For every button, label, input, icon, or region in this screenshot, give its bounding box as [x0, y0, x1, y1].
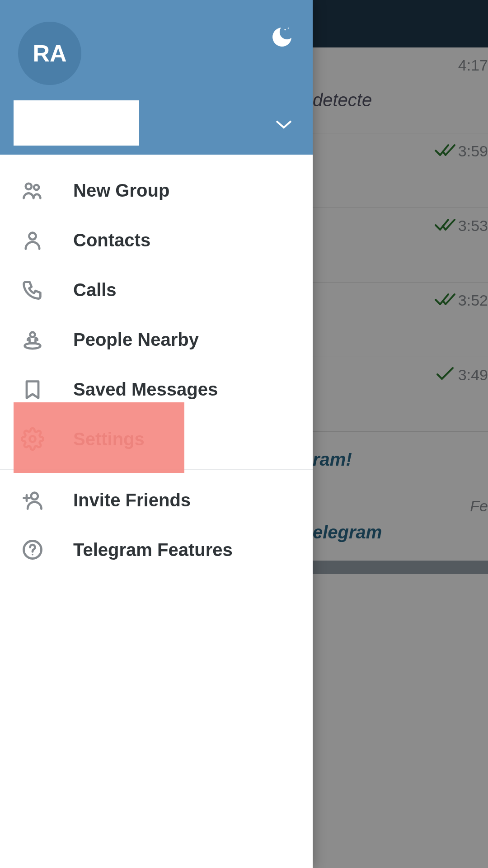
svg-point-2 — [26, 184, 32, 189]
svg-point-10 — [32, 554, 33, 555]
people-nearby-icon — [20, 327, 45, 352]
chevron-down-icon — [275, 124, 293, 132]
menu-item-settings[interactable]: Settings — [0, 414, 313, 464]
svg-point-6 — [25, 343, 41, 349]
navigation-drawer: RA New Group Contacts — [0, 0, 313, 868]
menu-item-people-nearby[interactable]: People Nearby — [0, 315, 313, 364]
bookmark-icon — [20, 377, 45, 402]
menu-label: Contacts — [73, 230, 150, 250]
menu-label: Saved Messages — [73, 379, 218, 400]
menu-label: Calls — [73, 280, 117, 300]
menu-item-saved-messages[interactable]: Saved Messages — [0, 364, 313, 414]
account-name-redacted — [14, 100, 139, 146]
help-icon — [20, 537, 45, 562]
moon-icon — [269, 24, 295, 52]
menu-label: Telegram Features — [73, 540, 233, 560]
svg-point-7 — [30, 436, 36, 442]
night-mode-toggle[interactable] — [269, 25, 295, 51]
menu-item-invite-friends[interactable]: Invite Friends — [0, 475, 313, 525]
phone-icon — [20, 277, 45, 302]
drawer-menu: New Group Contacts Calls People Nearby S… — [0, 155, 313, 575]
svg-point-0 — [284, 29, 286, 30]
svg-point-3 — [34, 185, 39, 190]
add-person-icon — [20, 487, 45, 513]
menu-label: New Group — [73, 180, 169, 201]
group-icon — [20, 178, 45, 203]
person-icon — [20, 227, 45, 253]
dim-overlay[interactable] — [313, 0, 488, 868]
menu-label: Invite Friends — [73, 490, 191, 510]
avatar-initials: RA — [33, 40, 66, 67]
svg-point-5 — [30, 332, 35, 337]
menu-item-telegram-features[interactable]: Telegram Features — [0, 525, 313, 575]
gear-icon — [20, 426, 45, 452]
chat-list-background: 4:17 detecte 3:59 3:53 3:52 3:49 ram! Fe… — [313, 0, 488, 868]
drawer-header: RA — [0, 0, 313, 155]
account-expand-toggle[interactable] — [275, 118, 293, 137]
menu-label: Settings — [73, 429, 145, 449]
menu-divider — [0, 469, 313, 470]
svg-point-1 — [288, 28, 289, 28]
menu-item-calls[interactable]: Calls — [0, 265, 313, 315]
menu-item-new-group[interactable]: New Group — [0, 165, 313, 215]
svg-point-4 — [29, 233, 36, 240]
svg-point-8 — [31, 493, 38, 500]
avatar[interactable]: RA — [18, 22, 81, 85]
menu-item-contacts[interactable]: Contacts — [0, 215, 313, 265]
menu-label: People Nearby — [73, 330, 199, 350]
